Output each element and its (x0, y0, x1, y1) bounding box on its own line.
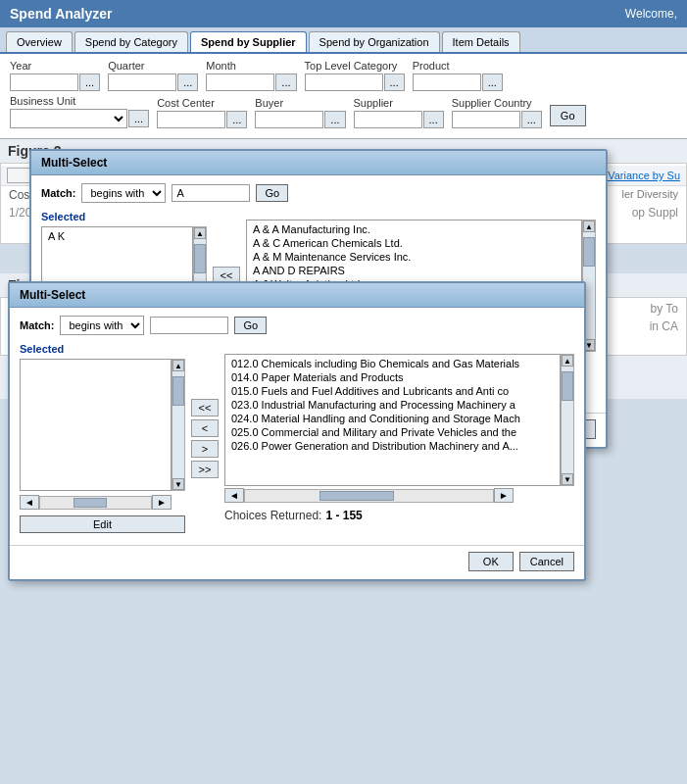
supplier-input[interactable] (354, 111, 422, 128)
dialog2-move-all-right-btn[interactable]: >> (191, 461, 219, 478)
dialog2-title: Multi-Select (10, 283, 584, 308)
business-unit-select[interactable] (10, 109, 127, 128)
dialog1-go-btn[interactable]: Go (256, 184, 288, 202)
top-level-category-ellipsis-btn[interactable]: ... (384, 74, 405, 91)
quarter-input[interactable] (108, 74, 176, 91)
dialog2-choices-scroll-up[interactable]: ▲ (562, 355, 573, 367)
dialog2-choices-listbox[interactable]: 012.0 Chemicals including Bio Chemicals … (224, 354, 561, 486)
welcome-text: Welcome, (625, 7, 677, 21)
dialog2-list-item-4[interactable]: 024.0 Material Handling and Conditioning… (227, 412, 558, 425)
supplier-ellipsis-btn[interactable]: ... (423, 111, 444, 128)
app-title: Spend Analyzer (10, 6, 113, 22)
tab-overview[interactable]: Overview (6, 31, 73, 52)
bg-op-suppl: op Suppl (632, 206, 678, 220)
year-filter: Year ... (10, 60, 100, 91)
dialog2-lists: Selected ▲ ▼ (20, 343, 574, 533)
dialog2-move-right-btn[interactable]: > (191, 440, 219, 458)
dialog2-list-item-1[interactable]: 014.0 Paper Materials and Products (227, 370, 558, 384)
buyer-input[interactable] (255, 111, 323, 128)
dialog1-match-label: Match: (41, 187, 75, 199)
product-ellipsis-btn[interactable]: ... (482, 74, 503, 91)
dialog2-arrow-buttons: << < > >> (191, 399, 219, 478)
tabs-bar: Overview Spend by Category Spend by Supp… (0, 27, 687, 54)
year-label: Year (10, 60, 100, 72)
dialog2-selected-panel: Selected ▲ ▼ (20, 343, 185, 533)
dialog2-cancel-btn[interactable]: Cancel (519, 552, 574, 571)
quarter-filter: Quarter ... (108, 60, 198, 91)
supplier-country-filter: Supplier Country ... (452, 97, 542, 128)
tab-spend-by-org[interactable]: Spend by Organization (309, 31, 440, 52)
dialog2-list-item-0[interactable]: 012.0 Chemicals including Bio Chemicals … (227, 357, 558, 370)
dialog1-choices-scroll-up[interactable]: ▲ (583, 220, 595, 232)
dialog2-selected-scroll-up[interactable]: ▲ (172, 360, 184, 371)
dialog2-search-input[interactable] (150, 317, 228, 334)
business-unit-label: Business Unit (10, 95, 149, 107)
list-item-2[interactable]: A & M Maintenance Services Inc. (249, 250, 579, 264)
dialog2-match-row: Match: begins with contains ends with eq… (20, 316, 574, 335)
dialog2-ok-btn[interactable]: OK (468, 552, 514, 571)
cost-center-ellipsis-btn[interactable]: ... (226, 111, 247, 128)
dialog2-selected-scroll-down[interactable]: ▼ (172, 478, 184, 490)
cost-center-label: Cost Center (157, 97, 247, 109)
quarter-ellipsis-btn[interactable]: ... (177, 74, 198, 91)
dialog2-selected-hscroll-left[interactable]: ◄ (20, 495, 39, 510)
month-label: Month (206, 60, 296, 72)
dialog2-selected-listbox[interactable] (20, 359, 172, 491)
dialog2-choices-scroll-down[interactable]: ▼ (562, 473, 573, 485)
buyer-filter: Buyer ... (255, 97, 345, 128)
month-input[interactable] (206, 74, 274, 91)
filter-area: Year ... Quarter ... Month ... (0, 54, 687, 139)
list-item-1[interactable]: A & C American Chemicals Ltd. (249, 236, 579, 250)
dialog2-match-select[interactable]: begins with contains ends with equals (60, 316, 144, 335)
dialog2-list-item-6[interactable]: 026.0 Power Generation and Distribution … (227, 439, 558, 453)
quarter-label: Quarter (108, 60, 198, 72)
dialog2-choices-hscroll-right[interactable]: ► (494, 488, 514, 503)
dialog2-choices-hscroll-left[interactable]: ◄ (224, 488, 244, 503)
month-ellipsis-btn[interactable]: ... (275, 74, 296, 91)
dialog2-selected-hscroll-right[interactable]: ► (152, 495, 172, 510)
dialog2-move-all-left-btn[interactable]: << (191, 399, 219, 416)
dialog2-move-left-btn[interactable]: < (191, 419, 219, 437)
cost-center-input[interactable] (157, 111, 225, 128)
buyer-ellipsis-btn[interactable]: ... (324, 111, 345, 128)
dialog1-selected-item-0[interactable]: A K (44, 229, 190, 243)
dialog1-match-select[interactable]: begins with contains ends with equals (81, 183, 166, 203)
app-header: Spend Analyzer Welcome, (0, 0, 687, 27)
list-item-0[interactable]: A & A Manufacturing Inc. (249, 222, 579, 236)
go-button[interactable]: Go (550, 105, 586, 126)
tab-spend-by-category[interactable]: Spend by Category (74, 31, 188, 52)
year-input[interactable] (10, 74, 78, 91)
fig3-bg-text2: by To (651, 302, 678, 316)
product-filter: Product ... (413, 60, 503, 91)
year-ellipsis-btn[interactable]: ... (79, 74, 100, 91)
supplier-country-ellipsis-btn[interactable]: ... (521, 111, 542, 128)
business-unit-ellipsis-btn[interactable]: ... (128, 110, 149, 127)
ler-diversity-text: ler Diversity (622, 188, 678, 202)
dialog2-edit-btn[interactable]: Edit (20, 515, 185, 533)
list-item-3[interactable]: A AND D REPAIRS (249, 264, 579, 277)
dialog2-list-item-5[interactable]: 025.0 Commercial and Military and Privat… (227, 425, 558, 439)
tab-item-details[interactable]: Item Details (442, 31, 520, 52)
dialog1-selected-scroll-up[interactable]: ▲ (194, 227, 206, 239)
top-level-category-input[interactable] (305, 74, 383, 91)
dialog2-go-btn[interactable]: Go (234, 317, 267, 334)
cost-center-filter: Cost Center ... (157, 97, 247, 128)
top-level-category-label: Top Level Category (305, 60, 405, 72)
dialog2-list-item-2[interactable]: 015.0 Fuels and Fuel Additives and Lubri… (227, 384, 558, 398)
supplier-country-input[interactable] (452, 111, 520, 128)
dialog2-list-item-3[interactable]: 023.0 Industrial Manufacturing and Proce… (227, 398, 558, 412)
dialog2-choices-vscroll[interactable]: ▲ ▼ (561, 354, 574, 486)
dialog1-selected-label: Selected (41, 211, 207, 222)
product-label: Product (413, 60, 503, 72)
multiselect-dialog-2: Multi-Select Match: begins with contains… (8, 281, 586, 581)
product-input[interactable] (413, 74, 481, 91)
dialog2-selected-vscroll[interactable]: ▲ ▼ (172, 359, 185, 491)
supplier-label: Supplier (354, 97, 444, 109)
top-level-category-filter: Top Level Category ... (305, 60, 405, 91)
business-unit-filter: Business Unit ... (10, 95, 149, 128)
tab-spend-by-supplier[interactable]: Spend by Supplier (190, 31, 307, 52)
dialog1-match-row: Match: begins with contains ends with eq… (41, 183, 596, 203)
dialog2-selected-label: Selected (20, 343, 185, 355)
dialog1-search-input[interactable] (172, 184, 250, 202)
dialog2-footer: OK Cancel (10, 545, 584, 579)
